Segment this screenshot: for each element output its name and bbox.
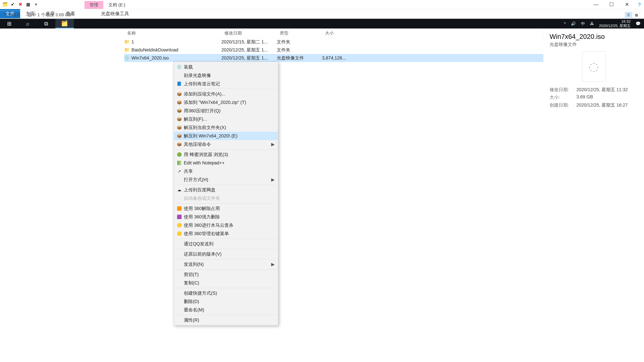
qat-dropdown-icon[interactable]: ▾ (33, 2, 38, 7)
tray-volume-icon[interactable]: 🔊 (571, 21, 576, 26)
meta-size-value: 3.69 GB (576, 94, 638, 100)
menu-item[interactable]: 📦解压到 Win7x64_2020\ (E) (174, 132, 278, 140)
preview-type: 光盘映像文件 (550, 41, 638, 47)
col-date[interactable]: 修改日期 (221, 30, 277, 36)
col-name[interactable]: 名称 (124, 30, 221, 36)
menu-item[interactable]: 🟪使用 360强力删除 (174, 213, 278, 221)
menu-item[interactable]: 刻录光盘映像 (174, 71, 278, 80)
menu-item[interactable]: 还原以前的版本(V) (174, 250, 278, 258)
menu-item[interactable]: 打开方式(H)▶ (174, 175, 278, 184)
menu-item[interactable]: 📦添加到压缩文件(A)... (174, 90, 278, 98)
details-pane: Win7x64_2020.iso 光盘映像文件 ◌ 修改日期:2020/12/2… (544, 28, 644, 37)
menu-item[interactable]: 创建快捷方式(S) (174, 289, 278, 297)
status-selection: 选中 1 个项目 3.69 GB (28, 12, 72, 18)
menu-separator (176, 239, 276, 239)
title-bar: 🗂️ ✔ ✖ ▦ ▾ 管理 文档 (E:) — ☐ ✕ ? (0, 0, 644, 9)
menu-separator (176, 249, 276, 249)
quick-access-toolbar: 🗂️ ✔ ✖ ▦ ▾ (0, 0, 41, 9)
menu-item-icon: 📦 (176, 92, 182, 96)
meta-created-label: 创建日期: (550, 102, 573, 108)
menu-item-icon: 📦 (176, 125, 182, 130)
menu-item[interactable]: 💿装载 (174, 63, 278, 71)
folder-icon: 📁 (124, 47, 129, 53)
iso-icon: 💿 (124, 55, 129, 61)
menu-item-icon: 📦 (176, 134, 182, 138)
menu-item[interactable]: 📦添加到 "Win7x64_2020.zip" (T) (174, 98, 278, 107)
file-row[interactable]: 💿Win7x64_2020.iso2020/12/25, 星期五 1...光盘映… (124, 54, 544, 62)
view-details-button[interactable]: ☰ (625, 12, 632, 18)
menu-item[interactable]: 重命名(M) (174, 306, 278, 314)
preview-title: Win7x64_2020.iso (550, 33, 638, 40)
menu-item-icon: 📦 (176, 100, 182, 105)
start-button[interactable]: ⊞ (0, 19, 18, 28)
menu-item-icon: 🟪 (176, 215, 182, 219)
menu-item[interactable]: 复制(C) (174, 279, 278, 287)
menu-item-icon: 📘 (176, 81, 182, 86)
context-menu: 💿装载刻录光盘映像📘上传到有道云笔记📦添加到压缩文件(A)...📦添加到 "Wi… (174, 62, 278, 326)
menu-separator (176, 315, 276, 315)
menu-item: 自动备份该文件夹 (174, 194, 278, 202)
menu-item-icon: 💿 (176, 65, 182, 69)
menu-item-icon: 🟡 (176, 231, 182, 236)
menu-item[interactable]: ↗共享 (174, 167, 278, 175)
file-row[interactable]: 📁BaiduNetdiskDownload2020/12/25, 星期五 1..… (124, 46, 544, 54)
menu-item[interactable]: 📗Edit with Notepad++ (174, 159, 278, 167)
menu-separator (176, 259, 276, 259)
meta-size-label: 大小: (550, 94, 573, 100)
window-title: 文档 (E:) (103, 1, 130, 9)
menu-item-icon: ↗ (176, 169, 182, 174)
menu-item[interactable]: 🟢用 蜂蜜浏览器 浏览(3) (174, 150, 278, 159)
menu-item-icon: 📦 (176, 108, 182, 113)
task-view-button[interactable]: ⧉ (37, 19, 55, 28)
column-headers[interactable]: 名称 修改日期 类型 大小 (124, 28, 544, 38)
menu-item[interactable]: 通过QQ发送到 (174, 240, 278, 248)
explorer-icon: 🗂️ (2, 2, 8, 7)
menu-item[interactable]: 🟧使用 360解除占用 (174, 204, 278, 213)
meta-modified-value: 2020/12/25, 星期五 11:32 (576, 87, 638, 93)
taskbar: ⊞ ⌕ ⧉ 🗂️ ^ 🔊 中 🖧 16:32 2020/12/25, 星期五 💬 (0, 19, 644, 28)
menu-item[interactable]: 📦解压到(F)... (174, 115, 278, 123)
minimize-button[interactable]: — (588, 0, 604, 9)
tray-network-icon[interactable]: 🖧 (590, 21, 594, 26)
menu-item[interactable]: 剪切(T) (174, 270, 278, 279)
qat-app-icon[interactable]: ▦ (26, 2, 31, 7)
menu-item[interactable]: 属性(R) (174, 316, 278, 324)
menu-item[interactable]: 📦用360压缩打开(Q) (174, 107, 278, 115)
close-button[interactable]: ✕ (619, 0, 634, 9)
menu-item[interactable]: 📦其他压缩命令▶ (174, 140, 278, 148)
menu-item[interactable]: 📦解压到当前文件夹(X) (174, 123, 278, 132)
menu-item-icon: ☁ (176, 188, 182, 192)
file-row[interactable]: 📁12020/12/15, 星期二 1...文件夹 (124, 38, 544, 46)
contextual-tab-manage[interactable]: 管理 (84, 1, 103, 9)
col-size[interactable]: 大小 (322, 30, 362, 36)
taskbar-explorer-button[interactable]: 🗂️ (55, 19, 74, 28)
tray-chevron-icon[interactable]: ^ (564, 21, 566, 26)
taskbar-search-button[interactable]: ⌕ (18, 19, 37, 28)
menu-item[interactable]: 🟡使用 360管理右键菜单 (174, 229, 278, 238)
qat-close-icon[interactable]: ✖ (18, 2, 23, 7)
menu-item[interactable]: 🟡使用 360进行木马云查杀 (174, 221, 278, 229)
col-type[interactable]: 类型 (277, 30, 322, 36)
menu-item-icon: 🟡 (176, 223, 182, 228)
menu-separator (176, 185, 276, 185)
menu-item-icon: 🟢 (176, 152, 182, 157)
meta-created-value: 2020/12/25, 星期五 16:27 (576, 102, 638, 108)
menu-item[interactable]: 删除(D) (174, 297, 278, 306)
submenu-arrow-icon: ▶ (271, 142, 275, 147)
qat-save-icon[interactable]: ✔ (10, 2, 16, 7)
menu-item[interactable]: 📘上传到有道云笔记 (174, 80, 278, 88)
tray-ime[interactable]: 中 (581, 21, 585, 26)
tray-notifications-icon[interactable]: 💬 (636, 21, 641, 26)
menu-item-icon: 📦 (176, 117, 182, 121)
view-icons-button[interactable]: ▦ (633, 12, 640, 18)
menu-item[interactable]: 发送到(N)▶ (174, 260, 278, 269)
menu-item[interactable]: ☁上传到百度网盘 (174, 186, 278, 194)
help-button[interactable]: ? (634, 0, 644, 9)
maximize-button[interactable]: ☐ (604, 0, 619, 9)
folder-icon: 📁 (124, 39, 129, 44)
tray-clock[interactable]: 16:32 2020/12/25, 星期五 (599, 19, 630, 28)
menu-separator (176, 269, 276, 270)
system-tray: ^ 🔊 中 🖧 16:32 2020/12/25, 星期五 💬 (564, 19, 644, 28)
submenu-arrow-icon: ▶ (271, 262, 275, 267)
status-bar: 3 个项目 选中 1 个项目 3.69 GB ☰ ▦ (0, 11, 644, 19)
